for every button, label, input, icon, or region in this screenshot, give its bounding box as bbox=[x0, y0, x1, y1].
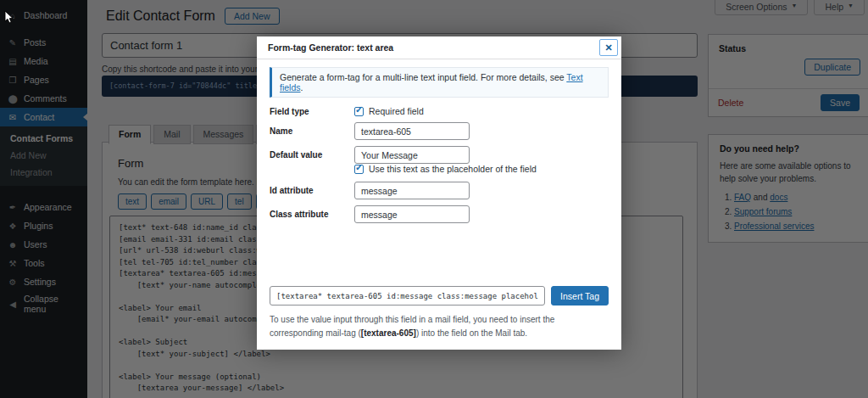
name-row: Name bbox=[270, 122, 609, 140]
default-value-input[interactable] bbox=[354, 146, 470, 164]
close-button[interactable]: ✕ bbox=[599, 39, 618, 56]
generated-tag-input[interactable] bbox=[270, 286, 545, 306]
id-attribute-input[interactable] bbox=[354, 182, 470, 199]
insert-tag-button[interactable]: Insert Tag bbox=[551, 286, 609, 306]
mail-tag-value: [textarea-605] bbox=[361, 328, 416, 338]
info-text: Generate a form-tag for a multi-line tex… bbox=[280, 72, 566, 82]
info-period: . bbox=[301, 82, 303, 92]
default-value-label: Default value bbox=[270, 150, 354, 160]
id-attribute-label: Id attribute bbox=[270, 186, 354, 195]
placeholder-checkbox[interactable]: ✓ bbox=[354, 165, 364, 174]
footnote-text: ) into the field on the Mail tab. bbox=[416, 328, 527, 338]
dialog-body: Generate a form-tag for a multi-line tex… bbox=[257, 59, 621, 350]
required-checkbox[interactable]: ✓ bbox=[354, 107, 364, 116]
check-icon: ✓ bbox=[355, 162, 363, 173]
dialog-title: Form-tag Generator: text area bbox=[268, 42, 393, 53]
placeholder-label: Use this text as the placeholder of the … bbox=[369, 164, 537, 174]
name-input[interactable] bbox=[354, 122, 470, 140]
dialog-info-bar: Generate a form-tag for a multi-line tex… bbox=[270, 67, 609, 98]
class-attribute-input[interactable] bbox=[354, 205, 470, 223]
mail-tag-footnote: To use the value input through this fiel… bbox=[270, 313, 609, 339]
field-type-label: Field type bbox=[270, 107, 354, 116]
placeholder-checkbox-row: ✓ Use this text as the placeholder of th… bbox=[354, 164, 609, 174]
generated-tag-row: Insert Tag bbox=[270, 286, 609, 306]
name-label: Name bbox=[270, 126, 354, 136]
dialog-spacer bbox=[270, 229, 609, 286]
required-label: Required field bbox=[369, 106, 424, 116]
field-type-row: Field type ✓ Required field bbox=[270, 106, 609, 116]
check-icon: ✓ bbox=[355, 104, 363, 115]
close-icon: ✕ bbox=[604, 42, 612, 53]
form-tag-generator-dialog: Form-tag Generator: text area ✕ Generate… bbox=[257, 36, 621, 350]
class-attribute-label: Class attribute bbox=[270, 210, 354, 219]
mouse-cursor bbox=[4, 11, 15, 28]
id-attribute-row: Id attribute bbox=[270, 182, 609, 199]
dialog-header: Form-tag Generator: text area ✕ bbox=[257, 36, 621, 59]
default-value-row: Default value bbox=[270, 146, 609, 164]
class-attribute-row: Class attribute bbox=[270, 205, 609, 223]
